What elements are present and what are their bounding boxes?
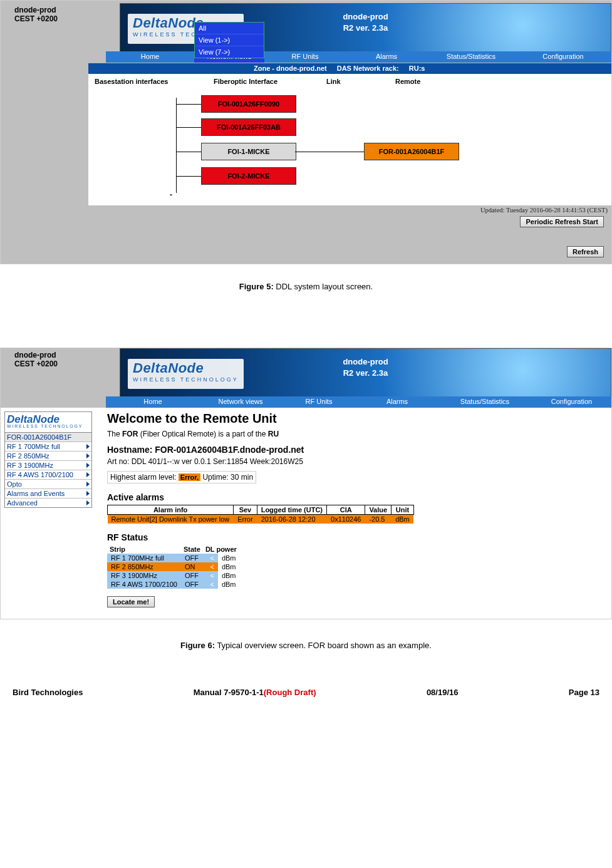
dropdown-item-all[interactable]: All xyxy=(195,23,264,34)
sidebar-opto[interactable]: Opto xyxy=(5,480,91,489)
table-row: RF 2 850MHzON<dBm xyxy=(107,562,240,571)
content: Welcome to the Remote Unit The FOR (Fibe… xyxy=(92,411,611,610)
sidebar-alarms[interactable]: Alarms and Events xyxy=(5,489,91,499)
sidebar-advanced[interactable]: Advanced xyxy=(5,499,91,507)
intro-text: The FOR (Fiber Optical Remote) is a part… xyxy=(107,430,604,438)
sidebar-rf2[interactable]: RF 2 850MHz xyxy=(5,452,91,461)
zone-label: Zone - dnode-prod.net xyxy=(249,63,332,74)
network-views-dropdown[interactable]: All View (1->) View (7->) xyxy=(194,22,264,58)
chevron-right-icon xyxy=(86,453,90,458)
rf-status-table: StripStateDL power RF 1 700MHz fullOFF<d… xyxy=(107,545,240,589)
chevron-right-icon xyxy=(86,444,90,449)
nav-alarms[interactable]: Alarms xyxy=(346,51,427,63)
dropdown-item-view1[interactable]: View (1->) xyxy=(195,34,264,46)
sidebar: DeltaNode Wireless Technology FOR-001A26… xyxy=(4,411,92,610)
sidebar-list: FOR-001A26004B1F RF 1 700MHz full RF 2 8… xyxy=(4,433,92,508)
alarm-level-badge: Error, xyxy=(179,473,200,481)
nav2-home[interactable]: Home xyxy=(106,396,200,408)
updated-timestamp: Updated: Tuesday 2016-06-28 14:41:53 (CE… xyxy=(1,205,611,215)
table-row: RF 4 AWS 1700/2100OFF<dBm xyxy=(107,580,240,589)
rf-status-heading: RF Status xyxy=(107,532,604,542)
host-tz: CEST +0200 xyxy=(14,14,120,23)
logo-text: DeltaNode xyxy=(133,15,204,31)
nav-status[interactable]: Status/Statistics xyxy=(427,51,515,63)
foi-node-3[interactable]: FOI-1-MICKE xyxy=(201,143,296,160)
zone-rack: DAS Network rack: xyxy=(332,63,404,74)
page-footer: Bird Technologies Manual 7-9570-1-1(Roug… xyxy=(0,650,612,707)
zone-rus: RU:s xyxy=(404,63,430,74)
figure-5-caption: Figure 5: DDL system layout screen. xyxy=(0,282,612,291)
chevron-right-icon xyxy=(86,482,90,487)
nav2-status[interactable]: Status/Statistics xyxy=(438,396,532,408)
host-info: dnode-prod CEST +0200 xyxy=(1,3,120,24)
main-nav-2: Home Network views RF Units Alarms Statu… xyxy=(106,396,611,408)
col-link: Link xyxy=(326,78,341,85)
host-name: dnode-prod xyxy=(14,6,120,14)
nav-home[interactable]: Home xyxy=(106,51,194,63)
col-basestation: Basestation interfaces xyxy=(95,78,168,85)
nav-configuration[interactable]: Configuration xyxy=(515,51,611,63)
banner: DeltaNode Wireless Technology dnode-prod… xyxy=(120,3,611,52)
hostname-heading: Hostname: FOR-001A26004B1F.dnode-prod.ne… xyxy=(107,445,604,455)
nav-rf-units[interactable]: RF Units xyxy=(264,51,346,63)
footer-date: 08/19/16 xyxy=(427,688,459,697)
sidebar-rf1[interactable]: RF 1 700MHz full xyxy=(5,442,91,452)
basestation-dash: - xyxy=(170,190,172,199)
zone-bar: Zone - dnode-prod.net DAS Network rack: … xyxy=(88,63,611,74)
table-row[interactable]: Remote Unit[2] Downlink Tx power lowErro… xyxy=(108,515,414,524)
chevron-right-icon xyxy=(86,500,90,505)
col-fiber: Fiberoptic Interface xyxy=(214,78,277,85)
footer-manual: Manual 7-9570-1-1(Rough Draft) xyxy=(194,688,316,697)
active-alarms-heading: Active alarms xyxy=(107,492,604,502)
alarm-summary: Highest alarm level: Error, Uptime: 30 m… xyxy=(107,471,256,483)
table-row: RF 1 700MHz fullOFF<dBm xyxy=(107,554,240,562)
nav2-network-views[interactable]: Network views xyxy=(200,396,281,408)
table-header: StripStateDL power xyxy=(107,545,240,554)
artno-text: Art no: DDL 401/1--:w ver 0.0.1 Ser:1185… xyxy=(107,457,604,466)
foi-node-1[interactable]: FOI-001A26FF0090 xyxy=(201,95,296,113)
nav2-configuration[interactable]: Configuration xyxy=(532,396,611,408)
network-diagram: Basestation interfaces Fiberoptic Interf… xyxy=(88,74,611,205)
chevron-right-icon xyxy=(86,472,90,477)
footer-page: Page 13 xyxy=(569,688,599,697)
figure-6-caption: Figure 6: Typical overview screen. FOR b… xyxy=(0,641,612,650)
dropdown-item-view7[interactable]: View (7->) xyxy=(195,46,264,58)
page-title: Welcome to the Remote Unit xyxy=(107,411,604,426)
foi-node-4[interactable]: FOI-2-MICKE xyxy=(201,167,296,185)
nav2-rf-units[interactable]: RF Units xyxy=(281,396,356,408)
banner-text-2: dnode-prod R2 ver. 2.3a xyxy=(343,356,388,379)
locate-me-button[interactable]: Locate me! xyxy=(107,596,155,607)
sidebar-logo: DeltaNode Wireless Technology xyxy=(4,411,92,433)
table-row: RF 3 1900MHzOFF<dBm xyxy=(107,571,240,580)
banner-2: DeltaNode Wireless Technology dnode-prod… xyxy=(120,348,611,397)
chevron-right-icon xyxy=(86,491,90,496)
footer-company: Bird Technologies xyxy=(13,688,83,697)
sidebar-rf4[interactable]: RF 4 AWS 1700/2100 xyxy=(5,470,91,480)
foi-node-2[interactable]: FOI-001A26FF03AB xyxy=(201,118,296,136)
figure-6-screenshot: dnode-prod CEST +0200 DeltaNode Wireless… xyxy=(0,348,612,619)
chevron-right-icon xyxy=(86,463,90,468)
banner-logo-2: DeltaNode Wireless Technology xyxy=(128,359,244,389)
col-remote: Remote xyxy=(395,78,420,85)
figure-5-screenshot: dnode-prod CEST +0200 DeltaNode Wireless… xyxy=(0,0,612,264)
host-info-2: dnode-prod CEST +0200 xyxy=(1,348,120,369)
footer-draft: (Rough Draft) xyxy=(264,688,316,697)
banner-text: dnode-prod R2 ver. 2.3a xyxy=(343,11,388,34)
sidebar-rf3[interactable]: RF 3 1900MHz xyxy=(5,461,91,470)
sidebar-badge[interactable]: FOR-001A26004B1F xyxy=(5,433,91,442)
main-nav: Home Network views RF Units Alarms Statu… xyxy=(106,51,611,63)
table-header: Alarm infoSevLogged time (UTC)CIAValueUn… xyxy=(108,505,414,515)
alarms-table: Alarm infoSevLogged time (UTC)CIAValueUn… xyxy=(107,505,414,524)
nav2-alarms[interactable]: Alarms xyxy=(356,396,438,408)
periodic-refresh-button[interactable]: Periodic Refresh Start xyxy=(520,216,604,227)
refresh-button[interactable]: Refresh xyxy=(567,246,604,257)
for-node[interactable]: FOR-001A26004B1F xyxy=(364,143,459,160)
